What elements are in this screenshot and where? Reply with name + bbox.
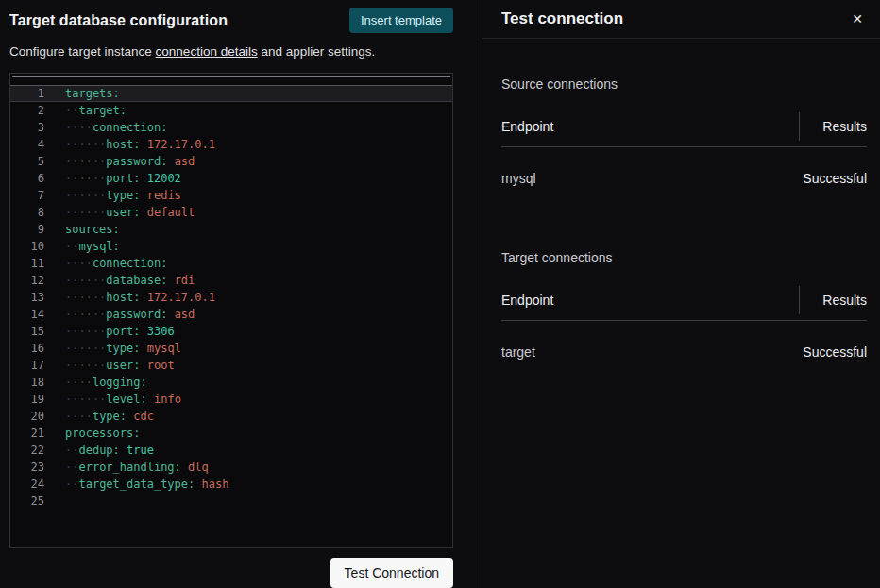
yaml-key: type: xyxy=(106,189,140,202)
code-content: ······port: 3306 xyxy=(50,323,452,340)
line-number: 12 xyxy=(10,272,50,289)
code-content: processors: xyxy=(50,425,452,442)
editor-line[interactable]: 24··target_data_type: hash xyxy=(10,476,452,493)
editor-line[interactable]: 21processors: xyxy=(10,425,452,442)
line-number: 3 xyxy=(10,119,50,136)
close-icon[interactable]: ✕ xyxy=(844,6,871,32)
editor-line[interactable]: 7······type: redis xyxy=(10,187,452,204)
editor-line[interactable]: 23··error_handling: dlq xyxy=(10,459,452,476)
editor-line[interactable]: 18····logging: xyxy=(10,374,452,391)
yaml-key: port: xyxy=(106,172,140,185)
yaml-value: true xyxy=(127,444,154,457)
editor-line[interactable]: 14······password: asd xyxy=(10,306,452,323)
editor-line[interactable]: 8······user: default xyxy=(10,204,452,221)
source-connections-section: Source connections Endpoint Results mysq… xyxy=(501,76,867,212)
line-number: 7 xyxy=(10,187,50,204)
editor-line[interactable]: 16······type: mysql xyxy=(10,340,452,357)
editor-line[interactable]: 17······user: root xyxy=(10,357,452,374)
editor-lines: 1targets:2··target:3····connection:4····… xyxy=(10,85,452,510)
editor-line[interactable]: 10··mysql: xyxy=(10,238,452,255)
code-content: sources: xyxy=(50,221,452,238)
endpoint-header: Endpoint xyxy=(501,286,553,314)
line-number: 4 xyxy=(10,136,50,153)
yaml-key: logging: xyxy=(93,376,147,389)
indent-guide: ······ xyxy=(65,308,106,321)
endpoint-cell: target xyxy=(501,344,535,360)
editor-line[interactable]: 12······database: rdi xyxy=(10,272,452,289)
editor-line[interactable]: 5······password: asd xyxy=(10,153,452,170)
indent-guide: ···· xyxy=(65,121,93,134)
code-content: ······user: root xyxy=(50,357,452,374)
code-content: ··dedup: true xyxy=(50,442,452,459)
indent-guide: ·· xyxy=(65,461,78,474)
editor-line[interactable]: 3····connection: xyxy=(10,119,452,136)
test-connection-panel: Test connection ✕ Source connections End… xyxy=(482,0,880,588)
yaml-key: target: xyxy=(78,104,127,117)
code-content: ····logging: xyxy=(50,374,452,391)
yaml-editor[interactable]: 1targets:2··target:3····connection:4····… xyxy=(9,73,453,548)
test-connection-button[interactable]: Test Connection xyxy=(330,558,453,588)
yaml-key: targets: xyxy=(65,87,120,100)
result-status: Successful xyxy=(803,171,867,186)
insert-template-button[interactable]: Insert template xyxy=(349,8,453,33)
editor-line[interactable]: 15······port: 3306 xyxy=(10,323,452,340)
indent-guide: ···· xyxy=(65,410,93,423)
line-number: 14 xyxy=(10,306,50,323)
editor-line[interactable]: 13······host: 172.17.0.1 xyxy=(10,289,452,306)
connections-table: Endpoint Results target Successful xyxy=(501,286,867,386)
line-number: 16 xyxy=(10,340,50,357)
code-content: ··error_handling: dlq xyxy=(50,459,452,476)
code-content: ··mysql: xyxy=(50,238,452,255)
yaml-value: asd xyxy=(175,308,195,321)
indent-guide: ······ xyxy=(65,342,106,355)
yaml-value: rdi xyxy=(175,274,195,287)
endpoint-cell: mysql xyxy=(501,171,536,186)
config-subtitle: Configure target instance connection det… xyxy=(9,44,453,59)
results-header: Results xyxy=(799,112,867,141)
editor-line[interactable]: 19······level: info xyxy=(10,391,452,408)
line-number: 15 xyxy=(10,323,50,340)
subtitle-suffix: and applier settings. xyxy=(258,44,376,59)
panel-body: Source connections Endpoint Results mysq… xyxy=(482,39,880,386)
editor-line[interactable]: 22··dedup: true xyxy=(10,442,452,459)
yaml-key: user: xyxy=(106,206,140,219)
yaml-value: dlq xyxy=(188,461,209,474)
yaml-key: host: xyxy=(106,138,140,151)
indent-guide: ······ xyxy=(65,393,106,406)
yaml-key: sources: xyxy=(65,223,120,236)
panel-header: Test connection ✕ xyxy=(482,0,880,39)
left-footer: Test Connection xyxy=(9,558,453,588)
editor-line[interactable]: 25 xyxy=(10,493,452,510)
yaml-value: 172.17.0.1 xyxy=(147,291,215,304)
editor-line[interactable]: 1targets: xyxy=(10,85,452,102)
indent-guide: ···· xyxy=(65,257,93,270)
target-connections-section: Target connections Endpoint Results targ… xyxy=(501,250,867,386)
panel-title: Test connection xyxy=(501,9,623,28)
yaml-value: mysql xyxy=(147,342,181,355)
editor-line[interactable]: 20····type: cdc xyxy=(10,408,452,425)
editor-line[interactable]: 4······host: 172.17.0.1 xyxy=(10,136,452,153)
editor-line[interactable]: 2··target: xyxy=(10,102,452,119)
line-number: 6 xyxy=(10,170,50,187)
yaml-key: connection: xyxy=(93,121,167,134)
yaml-key: port: xyxy=(106,325,140,338)
indent-guide: ······ xyxy=(65,189,106,202)
yaml-key: connection: xyxy=(93,257,167,270)
table-row: target Successful xyxy=(501,344,867,386)
editor-line[interactable]: 9sources: xyxy=(10,221,452,238)
subtitle-prefix: Configure target instance xyxy=(9,44,156,59)
results-header: Results xyxy=(799,286,867,314)
yaml-key: user: xyxy=(106,359,140,372)
section-label: Target connections xyxy=(501,250,867,265)
table-divider xyxy=(501,320,867,321)
indent-guide: ······ xyxy=(65,172,106,185)
line-number: 21 xyxy=(10,425,50,442)
code-content: ······password: asd xyxy=(50,153,452,170)
line-number: 18 xyxy=(10,374,50,391)
editor-line[interactable]: 6······port: 12002 xyxy=(10,170,452,187)
yaml-value: 3306 xyxy=(147,325,175,338)
page-title: Target database configuration xyxy=(9,12,228,29)
editor-line[interactable]: 11····connection: xyxy=(10,255,452,272)
line-number: 20 xyxy=(10,408,50,425)
connection-details-link[interactable]: connection details xyxy=(156,44,258,59)
